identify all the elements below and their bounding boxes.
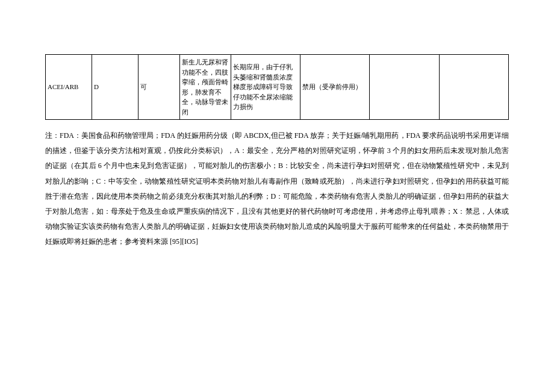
cell-usable: 可	[138, 55, 179, 120]
cell-longterm-effect: 长期应用，由于仔乳头萎缩和肾髓质浓度梯度形成障碍可导致仔功能不全尿浓缩能力损伤	[231, 55, 300, 120]
drug-table: ACEI/ARB D 可 新生儿无尿和肾功能不全，四肢挛缩，颅面骨畸形，肺发育不…	[45, 54, 509, 120]
cell-fda-grade: D	[92, 55, 138, 120]
cell-newborn-effect: 新生儿无尿和肾功能不全，四肢挛缩，颅面骨畸形，肺发育不全，动脉导管未闭	[179, 55, 231, 120]
cell-drug-name: ACEI/ARB	[46, 55, 92, 120]
table-row: ACEI/ARB D 可 新生儿无尿和肾功能不全，四肢挛缩，颅面骨畸形，肺发育不…	[46, 55, 509, 120]
cell-restriction: 禁用（受孕前停用）	[300, 55, 369, 120]
cell-empty-1	[370, 55, 439, 120]
cell-empty-2	[439, 55, 508, 120]
footnote: 注：FDA：美国食品和药物管理局；FDA 的妊娠用药分级（即 ABCDX,但已被…	[45, 128, 509, 250]
